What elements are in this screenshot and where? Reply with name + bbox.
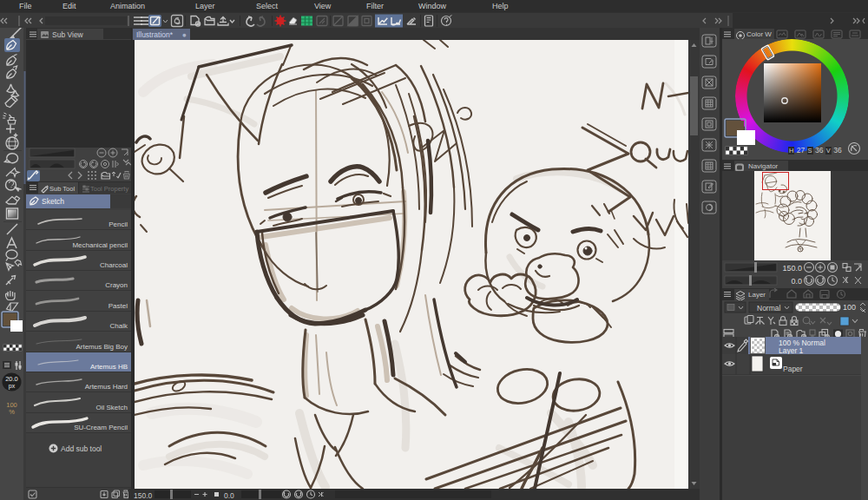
- svg-text:%: %: [9, 408, 15, 416]
- svg-text:px: px: [9, 383, 16, 390]
- svg-text:0.0: 0.0: [791, 277, 802, 286]
- svg-text:20.0: 20.0: [5, 375, 18, 383]
- svg-text:150.0: 150.0: [782, 264, 802, 273]
